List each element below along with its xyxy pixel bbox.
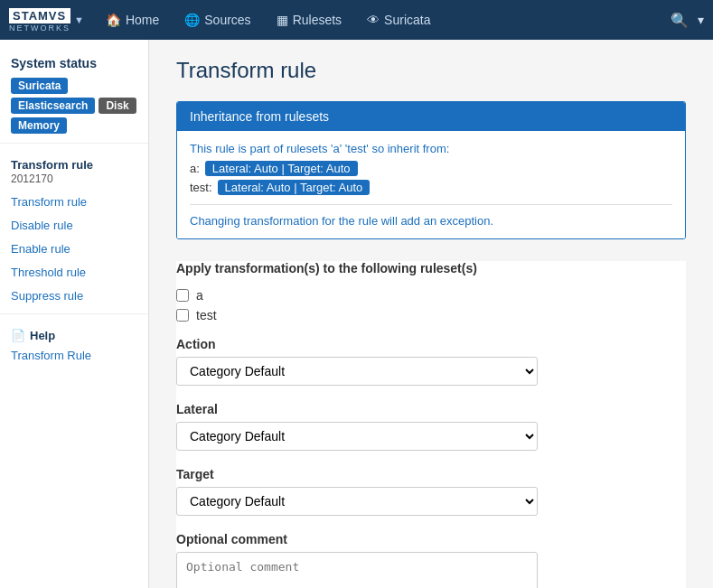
sidebar-item-enable-rule[interactable]: Enable rule xyxy=(11,238,137,261)
brand-dropdown-arrow[interactable]: ▼ xyxy=(74,14,84,25)
settings-dropdown[interactable]: ▾ xyxy=(698,13,704,27)
inherit-divider xyxy=(190,204,672,205)
inherit-badge-test: Lateral: Auto | Target: Auto xyxy=(218,180,371,195)
checkbox-item-a: a xyxy=(176,288,686,303)
ruleset-checkboxes: a test xyxy=(176,288,686,322)
badge-suricata: Suricata xyxy=(11,78,68,94)
lateral-select[interactable]: Category Default Auto Yes No xyxy=(176,422,538,451)
lateral-label: Lateral xyxy=(176,402,686,416)
action-select[interactable]: Category Default Drop Alert xyxy=(176,357,538,386)
checkbox-test-label: test xyxy=(196,308,217,322)
checkbox-item-test: test xyxy=(176,308,686,322)
nav-link-home[interactable]: 🏠 Home xyxy=(93,0,172,40)
navbar: STAMVS NETWORKS ▼ 🏠 Home 🌐 Sources ▦ Rul… xyxy=(0,0,713,40)
sidebar-item-threshold-rule[interactable]: Threshold rule xyxy=(11,261,137,285)
sidebar-item-suppress-rule[interactable]: Suppress rule xyxy=(11,285,137,308)
badge-elasticsearch: Elasticsearch xyxy=(11,98,95,114)
help-title: 📄 Help xyxy=(11,329,137,342)
page-title: Transform rule xyxy=(176,58,686,83)
help-icon: 📄 xyxy=(11,329,25,342)
help-section: 📄 Help Transform Rule xyxy=(0,322,148,369)
checkbox-a-label: a xyxy=(196,288,203,303)
nav-item-sources[interactable]: 🌐 Sources xyxy=(172,0,263,40)
nav-link-suricata[interactable]: 👁 Suricata xyxy=(354,0,443,40)
target-group: Target Category Default Auto Source Dest… xyxy=(176,467,686,516)
inheritance-info: This rule is part of rulesets 'a' 'test'… xyxy=(190,142,672,155)
form-section: Apply transformation(s) to the following… xyxy=(176,261,686,588)
checkbox-a[interactable] xyxy=(176,289,189,302)
nav-item-suricata[interactable]: 👁 Suricata xyxy=(354,0,443,40)
nav-link-sources[interactable]: 🌐 Sources xyxy=(172,0,263,40)
logo-sub: NETWORKS xyxy=(9,23,70,33)
nav-links: 🏠 Home 🌐 Sources ▦ Rulesets 👁 Suricata xyxy=(93,0,671,40)
optional-comment-label: Optional comment xyxy=(176,532,686,546)
badge-memory: Memory xyxy=(11,117,67,134)
inheritance-box: Inheritance from rulesets This rule is p… xyxy=(176,101,686,239)
optional-comment-group: Optional comment xyxy=(176,532,686,588)
inherit-label-test: test: xyxy=(190,181,212,194)
nav-right: 🔍 ▾ xyxy=(671,12,704,29)
action-label: Action xyxy=(176,337,686,351)
inherit-label-a: a: xyxy=(190,162,200,175)
layout: System status Suricata Elasticsearch Dis… xyxy=(0,40,713,588)
inheritance-row-a: a: Lateral: Auto | Target: Auto xyxy=(190,161,672,176)
transform-rule-section: Transform rule 2012170 Transform rule Di… xyxy=(0,151,148,314)
apply-title: Apply transformation(s) to the following… xyxy=(176,261,686,275)
system-status-title: System status xyxy=(11,56,137,70)
nav-link-rulesets[interactable]: ▦ Rulesets xyxy=(264,0,354,40)
transform-rule-links: Transform rule Disable rule Enable rule … xyxy=(11,191,137,308)
search-icon[interactable]: 🔍 xyxy=(671,12,689,29)
sidebar: System status Suricata Elasticsearch Dis… xyxy=(0,40,149,588)
target-label: Target xyxy=(176,467,686,481)
inheritance-header: Inheritance from rulesets xyxy=(177,102,685,131)
inherit-note: Changing transformation for the rule wil… xyxy=(190,214,672,228)
optional-comment-textarea[interactable] xyxy=(176,552,538,588)
system-status-section: System status Suricata Elasticsearch Dis… xyxy=(0,49,148,144)
nav-item-home[interactable]: 🏠 Home xyxy=(93,0,172,40)
status-badges: Suricata Elasticsearch Disk Memory xyxy=(11,78,137,134)
target-select[interactable]: Category Default Auto Source Destination xyxy=(176,487,538,516)
badge-disk: Disk xyxy=(99,98,136,114)
action-group: Action Category Default Drop Alert xyxy=(176,337,686,386)
sidebar-item-disable-rule[interactable]: Disable rule xyxy=(11,214,137,238)
inherit-badge-a: Lateral: Auto | Target: Auto xyxy=(205,161,358,176)
brand: STAMVS NETWORKS ▼ xyxy=(9,8,84,33)
nav-item-rulesets[interactable]: ▦ Rulesets xyxy=(264,0,354,40)
transform-rule-sidebar-title: Transform rule 2012170 xyxy=(11,158,137,185)
inheritance-row-test: test: Lateral: Auto | Target: Auto xyxy=(190,180,672,195)
inheritance-body: This rule is part of rulesets 'a' 'test'… xyxy=(177,131,685,238)
checkbox-test[interactable] xyxy=(176,309,189,322)
help-link-transform-rule[interactable]: Transform Rule xyxy=(11,349,91,362)
sidebar-item-transform-rule[interactable]: Transform rule xyxy=(11,191,137,214)
lateral-group: Lateral Category Default Auto Yes No xyxy=(176,402,686,451)
main-content: Transform rule Inheritance from rulesets… xyxy=(149,40,713,588)
logo: STAMVS xyxy=(9,8,70,23)
